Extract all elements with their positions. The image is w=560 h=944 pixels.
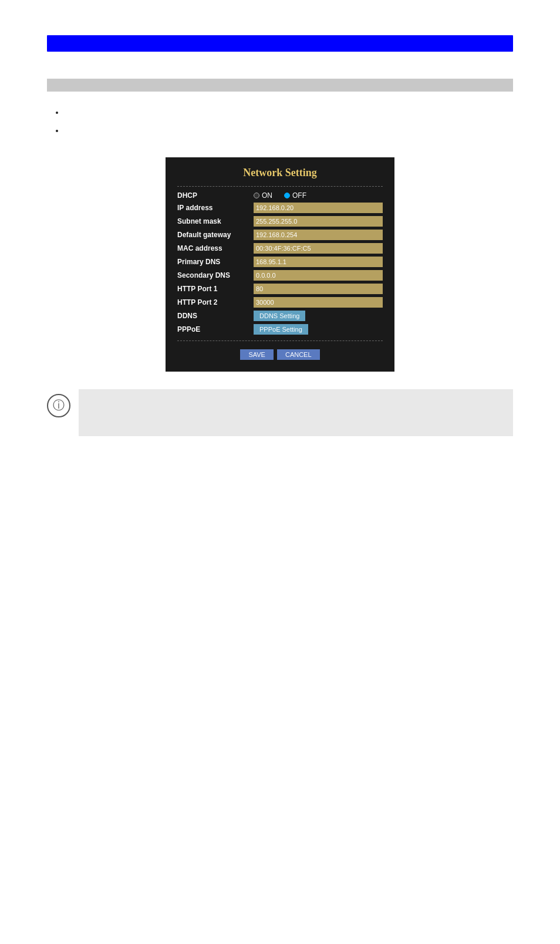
network-actions: SAVE CANCEL bbox=[177, 349, 383, 360]
ddns-row: DDNS DDNS Setting bbox=[177, 311, 383, 321]
http-port1-row: HTTP Port 1 bbox=[177, 284, 383, 294]
dhcp-radio-group: ON OFF bbox=[254, 191, 306, 200]
dhcp-on-option[interactable]: ON bbox=[254, 191, 272, 200]
network-setting-title: Network Setting bbox=[177, 167, 383, 179]
http-port2-row: HTTP Port 2 bbox=[177, 297, 383, 308]
ip-address-label: IP address bbox=[177, 204, 254, 212]
network-box: Network Setting DHCP ON OFF bbox=[166, 157, 394, 372]
secondary-dns-input[interactable] bbox=[254, 270, 383, 281]
primary-dns-input[interactable] bbox=[254, 257, 383, 267]
mac-address-input[interactable] bbox=[254, 243, 383, 254]
default-gateway-row: Default gateway bbox=[177, 230, 383, 240]
bullet-item-1 bbox=[65, 103, 513, 122]
subnet-mask-row: Subnet mask bbox=[177, 216, 383, 227]
network-divider-bottom bbox=[177, 340, 383, 341]
pppoe-label: PPPoE bbox=[177, 325, 254, 333]
dhcp-on-radio[interactable] bbox=[254, 193, 259, 198]
dhcp-off-label: OFF bbox=[292, 191, 306, 200]
info-icon: ⓘ bbox=[47, 394, 70, 417]
info-box-wrapper: ⓘ bbox=[47, 389, 513, 436]
dhcp-label: DHCP bbox=[177, 191, 254, 200]
ddns-label: DDNS bbox=[177, 312, 254, 320]
subnet-mask-label: Subnet mask bbox=[177, 217, 254, 225]
bullet-item-2 bbox=[65, 122, 513, 140]
primary-dns-label: Primary DNS bbox=[177, 258, 254, 266]
ip-address-row: IP address bbox=[177, 203, 383, 213]
dhcp-off-option[interactable]: OFF bbox=[284, 191, 306, 200]
pppoe-row: PPPoE PPPoE Setting bbox=[177, 324, 383, 335]
http-port1-label: HTTP Port 1 bbox=[177, 285, 254, 293]
dhcp-on-label: ON bbox=[262, 191, 272, 200]
mac-address-label: MAC address bbox=[177, 244, 254, 252]
info-text-box bbox=[79, 389, 513, 436]
ddns-setting-button[interactable]: DDNS Setting bbox=[254, 311, 305, 321]
default-gateway-label: Default gateway bbox=[177, 231, 254, 239]
default-gateway-input[interactable] bbox=[254, 230, 383, 240]
secondary-dns-label: Secondary DNS bbox=[177, 271, 254, 279]
gray-bar bbox=[47, 79, 513, 92]
page-wrapper: Network Setting DHCP ON OFF bbox=[0, 0, 560, 460]
cancel-button[interactable]: CANCEL bbox=[277, 349, 320, 360]
ip-address-input[interactable] bbox=[254, 203, 383, 213]
bullet-list bbox=[65, 103, 513, 140]
subnet-mask-input[interactable] bbox=[254, 216, 383, 227]
mac-address-row: MAC address bbox=[177, 243, 383, 254]
network-screenshot: Network Setting DHCP ON OFF bbox=[47, 157, 513, 372]
http-port1-input[interactable] bbox=[254, 284, 383, 294]
primary-dns-row: Primary DNS bbox=[177, 257, 383, 267]
dhcp-row: DHCP ON OFF bbox=[177, 191, 383, 200]
secondary-dns-row: Secondary DNS bbox=[177, 270, 383, 281]
network-divider-top bbox=[177, 186, 383, 187]
http-port2-input[interactable] bbox=[254, 297, 383, 308]
save-button[interactable]: SAVE bbox=[240, 349, 274, 360]
dhcp-off-radio[interactable] bbox=[284, 193, 290, 198]
blue-bar bbox=[47, 35, 513, 52]
pppoe-setting-button[interactable]: PPPoE Setting bbox=[254, 324, 308, 335]
http-port2-label: HTTP Port 2 bbox=[177, 298, 254, 306]
